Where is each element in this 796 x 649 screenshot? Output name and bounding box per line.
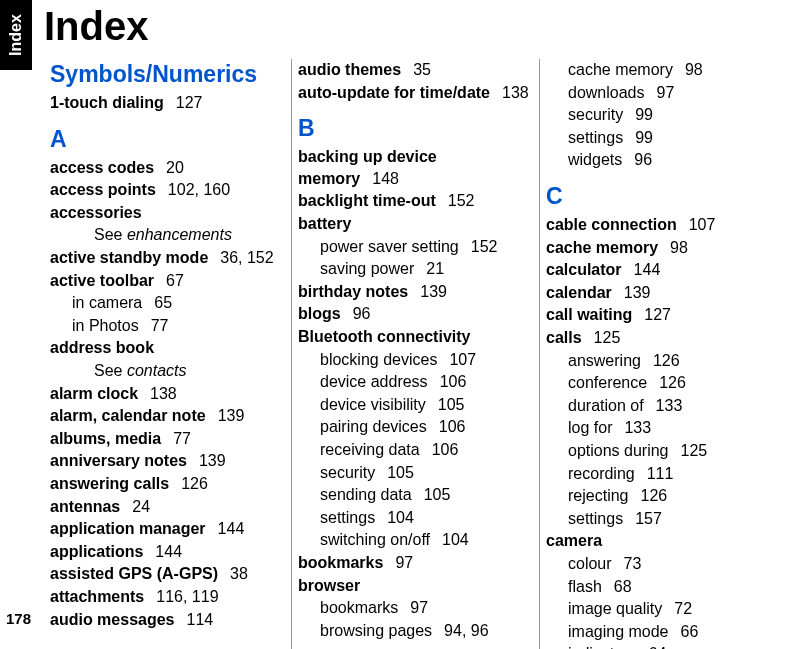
index-entry: blogs96: [298, 303, 531, 325]
index-entry: accessories: [50, 202, 283, 224]
column-2: audio themes35 auto-update for time/date…: [292, 59, 540, 649]
index-entry: answering calls126: [50, 473, 283, 495]
index-entry: birthday notes139: [298, 281, 531, 303]
index-entry: access points102, 160: [50, 179, 283, 201]
index-subentry: device visibility105: [298, 394, 531, 416]
index-subentry: widgets96: [546, 149, 780, 171]
heading-symbols: Symbols/Numerics: [50, 59, 283, 90]
index-subentry: flash68: [546, 576, 780, 598]
index-subentry: log for133: [546, 417, 780, 439]
index-entry: backlight time-out152: [298, 190, 531, 212]
index-subentry: indicators64: [546, 643, 780, 649]
index-entry: Bluetooth connectivity: [298, 326, 531, 348]
column-3: cache memory98 downloads97 security99 se…: [540, 59, 788, 649]
index-entry: battery: [298, 213, 531, 235]
index-subentry: answering126: [546, 350, 780, 372]
side-tab-label: Index: [7, 14, 25, 56]
index-subentry: downloads97: [546, 82, 780, 104]
index-entry: active toolbar67: [50, 270, 283, 292]
index-subentry: saving power21: [298, 258, 531, 280]
index-subentry: in camera65: [50, 292, 283, 314]
index-subentry: cache memory98: [546, 59, 780, 81]
index-entry: backing up device memory148: [298, 146, 531, 189]
index-entry: audio themes35: [298, 59, 531, 81]
index-entry: browser: [298, 575, 531, 597]
index-subentry: imaging mode66: [546, 621, 780, 643]
index-entry: alarm clock138: [50, 383, 283, 405]
index-entry: attachments116, 119: [50, 586, 283, 608]
index-subentry: settings104: [298, 507, 531, 529]
columns: Symbols/Numerics 1-touch dialing127 A ac…: [44, 59, 796, 649]
index-see: See enhancements: [50, 224, 283, 246]
column-1: Symbols/Numerics 1-touch dialing127 A ac…: [44, 59, 292, 649]
index-subentry: rejecting126: [546, 485, 780, 507]
index-subentry: duration of133: [546, 395, 780, 417]
index-entry: 1-touch dialing127: [50, 92, 283, 114]
index-entry: bookmarks97: [298, 552, 531, 574]
index-entry: assisted GPS (A-GPS)38: [50, 563, 283, 585]
index-subentry: settings157: [546, 508, 780, 530]
index-entry: application manager144: [50, 518, 283, 540]
index-subentry: device address106: [298, 371, 531, 393]
index-entry: cable connection107: [546, 214, 780, 236]
index-entry: auto-update for time/date138: [298, 82, 531, 104]
index-subentry: sending data105: [298, 484, 531, 506]
index-subentry: receiving data106: [298, 439, 531, 461]
index-subentry: power saver setting152: [298, 236, 531, 258]
index-subentry: browsing pages94, 96: [298, 620, 531, 642]
side-tab: Index: [0, 0, 32, 70]
index-subentry: blocking devices107: [298, 349, 531, 371]
index-entry: camera: [546, 530, 780, 552]
index-entry: anniversary notes139: [50, 450, 283, 472]
index-entry: audio messages114: [50, 609, 283, 631]
index-entry: antennas24: [50, 496, 283, 518]
page-number: 178: [6, 610, 31, 627]
index-subentry: settings99: [546, 127, 780, 149]
index-entry: alarm, calendar note139: [50, 405, 283, 427]
index-entry: call waiting127: [546, 304, 780, 326]
index-subentry: options during125: [546, 440, 780, 462]
index-entry: address book: [50, 337, 283, 359]
index-entry: albums, media77: [50, 428, 283, 450]
index-subentry: recording111: [546, 463, 780, 485]
index-see: See contacts: [50, 360, 283, 382]
content-area: Index Symbols/Numerics 1-touch dialing12…: [44, 0, 796, 649]
heading-letter-a: A: [50, 124, 283, 155]
index-entry: active standby mode36, 152: [50, 247, 283, 269]
index-subentry: bookmarks97: [298, 597, 531, 619]
index-entry: calendar139: [546, 282, 780, 304]
index-entry: applications144: [50, 541, 283, 563]
index-entry: calculator144: [546, 259, 780, 281]
index-subentry: image quality72: [546, 598, 780, 620]
index-subentry: in Photos77: [50, 315, 283, 337]
index-subentry: colour73: [546, 553, 780, 575]
heading-letter-b: B: [298, 113, 531, 144]
heading-letter-c: C: [546, 181, 780, 212]
index-entry: access codes20: [50, 157, 283, 179]
page-title: Index: [44, 4, 796, 49]
index-entry: cache memory98: [546, 237, 780, 259]
index-subentry: switching on/off104: [298, 529, 531, 551]
index-subentry: pairing devices106: [298, 416, 531, 438]
index-entry: calls125: [546, 327, 780, 349]
index-subentry: conference126: [546, 372, 780, 394]
index-subentry: security99: [546, 104, 780, 126]
index-subentry: security105: [298, 462, 531, 484]
